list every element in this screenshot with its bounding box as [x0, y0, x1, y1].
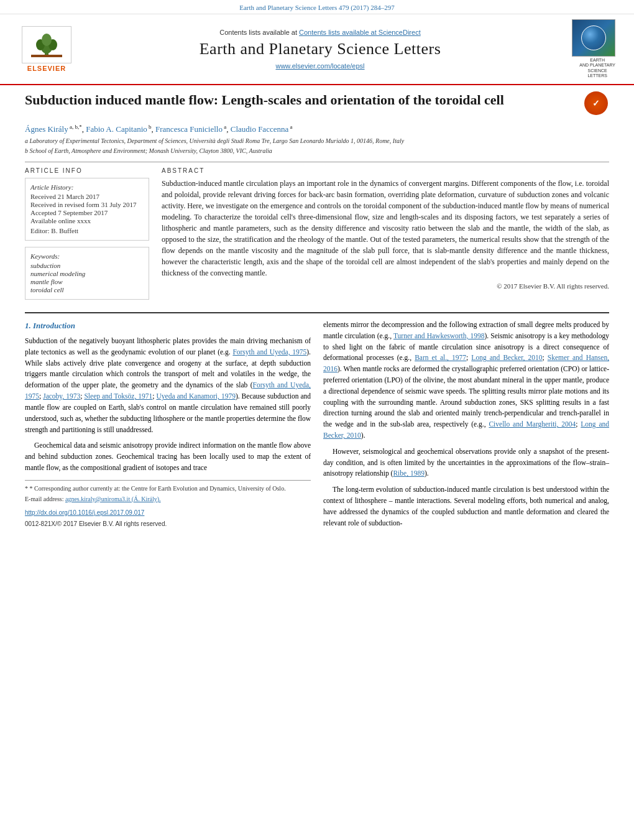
journal-header: ELSEVIER Contents lists available at Con…: [0, 14, 634, 85]
author-capitanio[interactable]: Fabio A. Capitanio: [86, 124, 147, 134]
editor-info: Editor: B. Buffett: [30, 227, 144, 234]
copyright-line: © 2017 Elsevier B.V. All rights reserved…: [162, 282, 609, 290]
ref-civello[interactable]: Civello and Margheriti, 2004: [489, 420, 576, 428]
keyword-4: toroidal cell: [30, 286, 144, 293]
article-history-box: Article History: Received 21 March 2017 …: [25, 178, 149, 241]
science-direct-text: Contents lists available at Contents lis…: [87, 27, 553, 37]
right-para2: However, seismological and geochemical o…: [323, 446, 609, 479]
svg-point-4: [42, 34, 52, 46]
right-para1: elements mirror the decompression and th…: [323, 320, 609, 441]
earth-logo-text: EARTHAND PLANETARYSCIENCELETTERS: [579, 58, 615, 79]
ref-barn[interactable]: Barn et al., 1977: [415, 354, 466, 361]
body-two-col: 1. Introduction Subduction of the negati…: [25, 320, 609, 534]
author-funiciello-sup: a: [223, 124, 226, 130]
header-divider: [25, 162, 609, 162]
intro-para1: Subduction of the negatively buoyant lit…: [25, 336, 311, 435]
affiliation-a: a Laboratory of Experimental Tectonics, …: [25, 137, 609, 145]
intro-section-num: 1.: [25, 321, 31, 330]
author-kiraly-sup: a, b,*: [68, 124, 82, 130]
author-faccenna[interactable]: Claudio Faccenna: [231, 124, 289, 134]
doi-link[interactable]: http://dx.doi.org/10.1016/j.epsl.2017.09…: [25, 509, 144, 516]
elsevier-logo: ELSEVIER: [19, 26, 75, 72]
crossmark-badge[interactable]: ✓: [584, 91, 609, 116]
email-link[interactable]: agnes.kiraly@uniroma3.it (Á. Király).: [65, 496, 161, 502]
right-para3: The long-term evolution of subduction-in…: [323, 484, 609, 528]
author-faccenna-sup: a: [288, 124, 292, 130]
affiliation-b: b School of Earth, Atmosphere and Enviro…: [25, 147, 609, 155]
ref-ribe[interactable]: Ribe, 1989: [393, 469, 424, 477]
footnote-star-text: * Corresponding author currently at: the…: [30, 485, 286, 492]
intro-section-label: Introduction: [33, 321, 75, 330]
body-col-right: elements mirror the decompression and th…: [323, 320, 609, 534]
journal-title: Earth and Planetary Science Letters: [87, 40, 553, 58]
abstract-column: ABSTRACT Subduction-induced mantle circu…: [162, 167, 609, 300]
accepted-date: Accepted 7 September 2017: [30, 209, 144, 216]
article-title-section: Subduction induced mantle flow: Length-s…: [25, 91, 609, 119]
info-abstract-section: ARTICLE INFO Article History: Received 2…: [25, 167, 609, 300]
author-capitanio-sup: b: [147, 124, 152, 130]
earth-logo-box: [572, 19, 615, 57]
elsevier-brand-text: ELSEVIER: [27, 65, 66, 72]
ref-forsyth-uyeda[interactable]: Forsyth and Uyeda, 1975: [232, 348, 306, 356]
email-label: E-mail address:: [25, 496, 63, 502]
earth-journal-logo: EARTHAND PLANETARYSCIENCELETTERS: [566, 19, 615, 79]
ref-jacoby[interactable]: Jacoby, 1973: [43, 392, 80, 400]
journal-url-link[interactable]: www.elsevier.com/locate/epsl: [275, 62, 364, 70]
journal-citation-bar: Earth and Planetary Science Letters 479 …: [0, 0, 634, 14]
available-date: Available online xxxx: [30, 217, 144, 224]
both-word: both: [530, 497, 542, 504]
affiliations: a Laboratory of Experimental Tectonics, …: [25, 137, 609, 155]
article-info-column: ARTICLE INFO Article History: Received 2…: [25, 167, 149, 300]
footnote-star: * * Corresponding author currently at: t…: [25, 484, 311, 493]
elsevier-tree-image: [22, 26, 71, 63]
keywords-label: Keywords:: [30, 252, 144, 260]
keyword-1: subduction: [30, 262, 144, 269]
science-direct-link[interactable]: Contents lists available at ScienceDirec…: [299, 29, 421, 36]
ref-long-becker-2010[interactable]: Long and Becker, 2010: [471, 354, 542, 361]
abstract-text: Subduction-induced mantle circulation pl…: [162, 178, 609, 279]
ref-sleep[interactable]: Sleep and Toksöz, 1971: [84, 392, 152, 400]
authors-line: Ágnes Király a, b,*, Fabio A. Capitanio …: [25, 124, 609, 134]
main-content: Subduction induced mantle flow: Length-s…: [0, 85, 634, 547]
keyword-3: mantle flow: [30, 278, 144, 285]
issn-text: 0012-821X/© 2017 Elsevier B.V. All right…: [25, 520, 167, 527]
author-kiraly[interactable]: Ágnes Király: [25, 124, 68, 134]
author-funiciello[interactable]: Francesca Funiciello: [155, 124, 223, 134]
journal-citation: Earth and Planetary Science Letters 479 …: [239, 4, 395, 11]
article-info-header: ARTICLE INFO: [25, 167, 149, 174]
abstract-header: ABSTRACT: [162, 167, 609, 174]
ref-uyeda[interactable]: Uyeda and Kanamori, 1979: [156, 392, 235, 400]
footnote-email: E-mail address: agnes.kiraly@uniroma3.it…: [25, 495, 311, 504]
keyword-2: numerical modeling: [30, 270, 144, 277]
keywords-box: Keywords: subduction numerical modeling …: [25, 247, 149, 300]
intro-section-title: 1. Introduction: [25, 320, 311, 332]
footnote-star-symbol: *: [25, 485, 28, 492]
received-date: Received 21 March 2017: [30, 193, 144, 200]
article-title: Subduction induced mantle flow: Length-s…: [25, 91, 572, 109]
crossmark-symbol: ✓: [592, 98, 600, 108]
footnotes: * * Corresponding author currently at: t…: [25, 480, 311, 530]
intro-para2: Geochemical data and seismic anisotropy …: [25, 440, 311, 473]
body-col-left: 1. Introduction Subduction of the negati…: [25, 320, 311, 534]
ref-turner[interactable]: Turner and Hawkesworth, 1998: [393, 332, 485, 339]
ref-skemer[interactable]: Skemer and Hansen, 2016: [323, 354, 609, 372]
history-label: Article History:: [30, 183, 144, 191]
body-section: 1. Introduction Subduction of the negati…: [25, 312, 609, 534]
earth-globe-graphic: [581, 25, 606, 50]
journal-header-center: Contents lists available at Contents lis…: [75, 27, 566, 71]
crossmark-icon: ✓: [584, 91, 608, 115]
svg-rect-5: [31, 55, 62, 57]
revised-date: Received in revised form 31 July 2017: [30, 201, 144, 208]
